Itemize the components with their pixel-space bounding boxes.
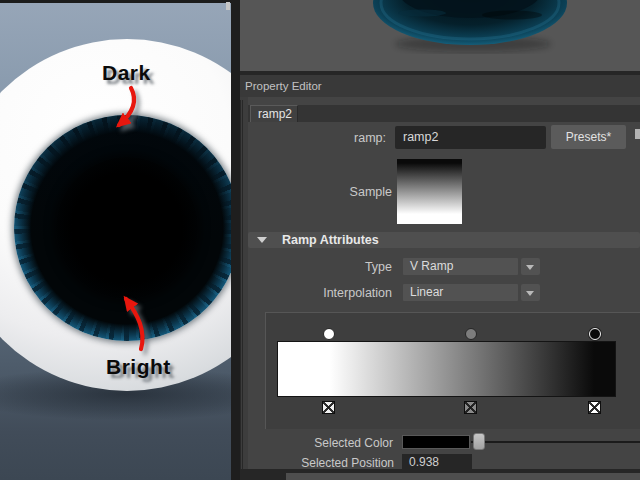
clipped-toolbar-icon[interactable] <box>635 129 640 139</box>
panel-left-grip-line <box>240 100 241 469</box>
sample-swatch <box>397 159 462 224</box>
type-dropdown[interactable]: V Ramp <box>403 258 518 275</box>
viewport-3d <box>240 0 640 71</box>
type-label: Type <box>246 260 392 274</box>
selected-position-input[interactable]: 0.938 <box>402 454 472 470</box>
render-view-eyeball: Dark Bright <box>0 0 231 480</box>
panel-title: Property Editor <box>245 80 322 92</box>
ramp-point-delete-1[interactable] <box>464 401 477 414</box>
interpolation-label: Interpolation <box>246 286 392 300</box>
interpolation-dropdown[interactable]: Linear <box>403 284 518 301</box>
collapse-triangle-icon[interactable] <box>257 237 267 243</box>
type-dropdown-button[interactable] <box>521 258 540 275</box>
property-editor-titlebar[interactable]: Property Editor <box>240 75 640 97</box>
ramp-point-delete-2[interactable] <box>588 401 601 414</box>
chevron-down-icon <box>526 265 534 270</box>
panel-left-grip-line <box>242 100 243 469</box>
ramp-point-handle-2[interactable] <box>589 328 601 340</box>
ramp-point-markers <box>277 328 616 341</box>
annotation-dark-label: Dark <box>102 61 151 85</box>
application-window: Dark Bright <box>0 0 640 480</box>
sample-label: Sample <box>246 185 392 199</box>
scrollbar-nub <box>226 2 230 10</box>
ramp-point-handle-1[interactable] <box>465 328 477 340</box>
chevron-down-icon <box>526 291 534 296</box>
presets-button[interactable]: Presets* <box>551 125 626 149</box>
ramp-point-delete-boxes <box>277 401 616 414</box>
selected-color-swatch[interactable] <box>402 435 470 449</box>
ramp-point-delete-0[interactable] <box>322 401 335 414</box>
view-top-border <box>0 0 231 3</box>
ramp-point-handle-0[interactable] <box>323 328 335 340</box>
ramp-attributes-section-header[interactable]: Ramp Attributes <box>248 232 640 248</box>
tab-ramp2[interactable]: ramp2 <box>250 105 298 122</box>
annotation-bright-label: Bright <box>106 355 171 379</box>
ramp-name-input[interactable]: ramp2 <box>395 126 546 149</box>
panel-separator[interactable] <box>231 0 240 480</box>
bottom-panel-edge <box>286 473 640 480</box>
selected-color-slider-track[interactable] <box>471 441 640 443</box>
ramp-name-label: ramp: <box>246 131 386 145</box>
eyeball-pupil <box>56 157 198 299</box>
selected-color-slider-handle[interactable] <box>473 433 485 450</box>
tab-strip <box>248 105 640 122</box>
ramp-gradient-bar[interactable] <box>277 341 616 397</box>
interpolation-dropdown-button[interactable] <box>521 284 540 301</box>
selected-color-label: Selected Color <box>246 437 393 450</box>
